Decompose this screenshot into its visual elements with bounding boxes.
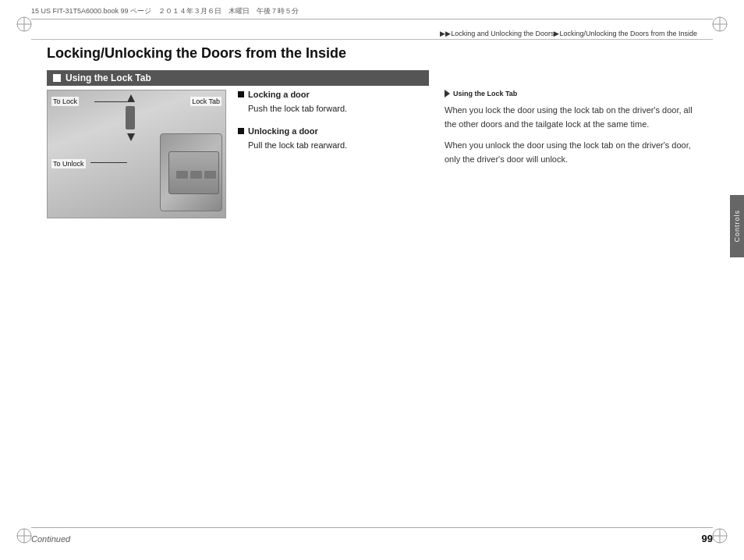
section-header-label: Using the Lock Tab: [66, 73, 151, 83]
locking-title: Locking a door: [238, 90, 429, 99]
to-lock-label: To Lock: [51, 97, 79, 106]
locking-text: Push the lock tab forward.: [248, 102, 429, 115]
breadcrumb-text: ▶▶Locking and Unlocking the Doors▶Lockin…: [440, 30, 697, 37]
continued-text: Continued: [31, 534, 70, 544]
corner-mark-bl: [16, 527, 33, 544]
corner-mark-tl: [16, 16, 33, 33]
lock-tab-label: Lock Tab: [190, 97, 221, 106]
breadcrumb: ▶▶Locking and Unlocking the Doors▶Lockin…: [31, 30, 697, 37]
bottom-bar: Continued 99: [31, 527, 713, 544]
unlocking-title: Unlocking a door: [238, 126, 429, 136]
file-info: 15 US FIT-31T5A6000.book 99 ページ ２０１４年３月６…: [31, 6, 299, 16]
controls-tab: Controls: [730, 195, 744, 257]
right-section-title: Using the Lock Tab: [445, 90, 697, 97]
corner-mark-tr: [711, 16, 728, 33]
arrow-up-icon: [127, 94, 135, 102]
text-content: Locking a door Push the lock tab forward…: [238, 90, 429, 162]
top-meta-bar: 15 US FIT-31T5A6000.book 99 ページ ２０１４年３月６…: [31, 6, 713, 19]
right-column: Using the Lock Tab When you lock the doo…: [445, 90, 697, 166]
divider: [31, 39, 713, 40]
page: 15 US FIT-31T5A6000.book 99 ページ ２０１４年３月６…: [0, 0, 744, 560]
page-number: 99: [702, 533, 713, 544]
bullet-icon: [238, 91, 244, 97]
unlocking-text: Pull the lock tab rearward.: [248, 139, 429, 152]
door-image: To Lock Lock Tab To Unlock: [47, 90, 226, 218]
lock-tab-visual: [126, 106, 135, 129]
section-header-icon: [53, 74, 61, 82]
right-note-text1: When you lock the door using the lock ta…: [445, 104, 697, 166]
corner-mark-br: [711, 527, 728, 544]
locking-instruction: Locking a door Push the lock tab forward…: [238, 90, 429, 115]
right-arrow-icon: [445, 90, 450, 97]
unlocking-instruction: Unlocking a door Pull the lock tab rearw…: [238, 126, 429, 152]
to-unlock-label: To Unlock: [51, 159, 86, 168]
page-title: Locking/Unlocking the Doors from the Ins…: [47, 45, 346, 62]
controls-label: Controls: [733, 210, 741, 243]
bullet-icon-2: [238, 128, 244, 134]
section-header: Using the Lock Tab: [47, 70, 429, 86]
arrow-down-icon: [127, 133, 135, 141]
door-illustration: [48, 90, 225, 218]
